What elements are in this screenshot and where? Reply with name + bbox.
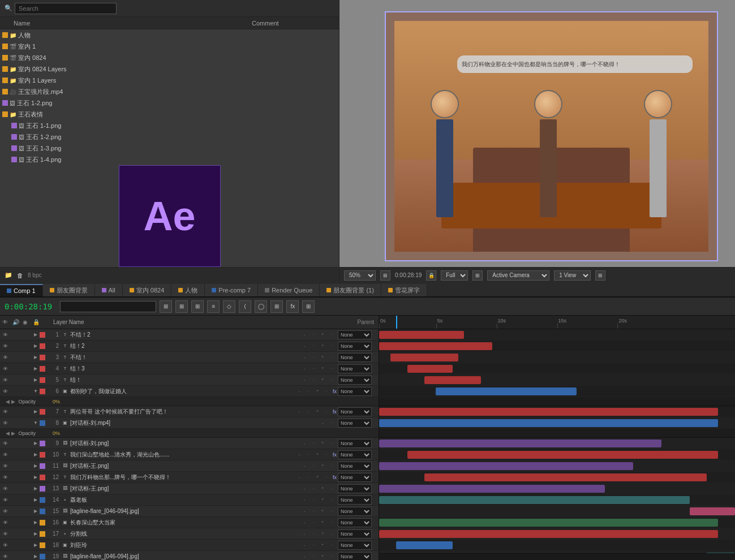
layer-switch[interactable]: * [319, 519, 326, 527]
layer-switch[interactable]: · [310, 496, 317, 504]
layer-row[interactable]: 👁▶5T结！-·*·None [0, 374, 379, 386]
layer-switch[interactable]: - [300, 331, 308, 339]
tl-btn-fx[interactable]: fx [286, 300, 299, 313]
layer-collapse-icon[interactable]: ▶ [33, 520, 38, 525]
layer-row[interactable]: 👁▶9🖼[对话框-刘.png]-·*·None [0, 438, 379, 449]
layer-switch[interactable]: * [319, 530, 326, 538]
layer-switch[interactable]: * [319, 496, 326, 504]
playhead[interactable] [396, 316, 397, 329]
track-bar[interactable] [379, 462, 633, 470]
layer-switch[interactable]: * [313, 408, 321, 416]
project-item[interactable]: 🎬室内 1 [0, 41, 339, 52]
layer-collapse-icon[interactable]: ▶ [33, 409, 38, 414]
timeline-search-input[interactable] [60, 301, 156, 312]
track-bar[interactable] [379, 408, 718, 416]
tab-snow[interactable]: 雪花屏字 [381, 284, 427, 296]
layer-parent-select[interactable]: None [338, 353, 372, 362]
layer-switch[interactable]: * [319, 331, 326, 339]
layer-switch[interactable]: · [304, 408, 312, 416]
layer-switch[interactable]: · [304, 387, 312, 395]
layer-row[interactable]: 👁▶13🖼[对话框-王.png]-·*·None [0, 483, 379, 494]
layer-visibility-icon[interactable]: 👁 [1, 366, 9, 372]
layer-switch[interactable]: · [328, 541, 336, 549]
layer-switch[interactable]: * [319, 354, 326, 361]
layer-switch[interactable]: · [310, 485, 317, 493]
project-item[interactable]: 🎥王宝强片段.mp4 [0, 86, 339, 97]
tab-render[interactable]: Render Queue [258, 284, 320, 296]
layer-switch[interactable]: · [328, 440, 336, 447]
project-item[interactable]: 🖼王石 1-3.png [0, 143, 339, 154]
layer-switch[interactable]: - [300, 462, 308, 470]
layer-switch[interactable]: * [313, 387, 321, 395]
track-bar[interactable] [379, 485, 605, 493]
tab-friends_bg[interactable]: 朋友圈背景 [43, 284, 95, 296]
layer-row[interactable]: 👁▶3T不结！-·*·None [0, 352, 379, 363]
layer-switch[interactable]: · [304, 473, 312, 481]
layer-switch[interactable]: · [328, 519, 336, 527]
project-item[interactable]: 📁人物 [0, 29, 339, 41]
layer-switch[interactable]: · [310, 541, 317, 549]
tl-btn-7[interactable]: ◯ [255, 300, 267, 313]
layer-row[interactable]: 👁▶16▣长春深山墅大当家-·*·None [0, 517, 379, 528]
layer-visibility-icon[interactable]: 👁 [1, 343, 9, 349]
layer-visibility-icon[interactable]: 👁 [1, 531, 9, 537]
layer-collapse-icon[interactable]: ▶ [33, 343, 38, 348]
tl-btn-6[interactable]: ⟨ [239, 300, 251, 313]
layer-switch[interactable]: - [295, 473, 303, 481]
layer-switch[interactable]: · [323, 451, 330, 459]
layer-visibility-icon[interactable]: 👁 [1, 420, 9, 426]
layer-switch[interactable]: · [310, 530, 317, 538]
layer-collapse-icon[interactable]: ▶ [33, 531, 38, 536]
track-bar[interactable] [379, 519, 718, 527]
layer-switch[interactable]: · [310, 354, 317, 361]
layer-switch[interactable]: - [300, 485, 308, 493]
layer-visibility-icon[interactable]: 👁 [1, 332, 9, 338]
layer-visibility-icon[interactable]: 👁 [1, 389, 9, 394]
timeline-scrollbar[interactable] [379, 553, 735, 560]
layer-collapse-icon[interactable]: ▶ [33, 332, 38, 337]
layer-parent-select[interactable]: None [338, 450, 372, 459]
layer-switch[interactable]: * [319, 553, 326, 561]
layer-visibility-icon[interactable]: 👁 [1, 377, 9, 383]
layer-switch[interactable]: · [328, 496, 336, 504]
layer-collapse-icon[interactable]: ▶ [33, 355, 38, 360]
layer-switch[interactable]: · [323, 473, 330, 481]
track-bar[interactable] [379, 342, 492, 350]
layer-switch[interactable]: · [328, 485, 336, 493]
track-bar[interactable] [379, 496, 690, 504]
layer-row[interactable]: 👁▶19🖼[tagline-flare_[046-094].jpg]-·*·No… [0, 551, 379, 560]
project-item[interactable]: 🖼王石 1-2.png [0, 131, 339, 143]
layer-collapse-icon[interactable]: ▶ [33, 377, 38, 382]
layer-collapse-icon[interactable]: ▼ [33, 389, 38, 394]
project-item[interactable]: 📁室内 1 Layers [0, 75, 339, 86]
layer-switch[interactable]: - [300, 365, 308, 373]
tl-btn-9[interactable]: ⊞ [302, 300, 315, 313]
opacity-arrows[interactable]: ◀ ▶ [6, 430, 15, 436]
layer-row[interactable]: 👁▶17▪分割线-·*·None [0, 528, 379, 540]
tl-btn-1[interactable]: ⊞ [160, 300, 172, 313]
layer-visibility-icon[interactable]: 👁 [1, 463, 9, 469]
opacity-arrows[interactable]: ◀ ▶ [6, 399, 15, 404]
layer-row[interactable]: 👁▼6▣都别吵了，我做证婚人-·*·fxNone [0, 386, 379, 397]
layer-row[interactable]: 👁▶11🖼[对话框-王.png]-·*·None [0, 460, 379, 472]
project-item[interactable]: 🖼王石 1-1.png [0, 120, 339, 131]
layer-parent-select[interactable]: None [338, 330, 372, 339]
layer-visibility-icon[interactable]: 👁 [1, 475, 9, 480]
layer-switch[interactable]: · [310, 519, 317, 527]
layer-collapse-icon[interactable]: ▶ [33, 475, 38, 480]
layer-row[interactable]: 👁▶7T两位哥哥 这个时候就不要打广告了吧！-·*·fxNone [0, 406, 379, 417]
tab-room0824[interactable]: 室内 0824 [123, 284, 172, 296]
preview-grid-btn[interactable]: ⊞ [472, 270, 483, 281]
layer-switch[interactable]: · [328, 354, 336, 361]
layer-visibility-icon[interactable]: 👁 [1, 509, 9, 514]
preview-resolution-select[interactable]: Full Half [441, 270, 468, 281]
layer-switch[interactable]: - [300, 342, 308, 350]
project-item[interactable]: 🖼王石 1-4.png [0, 154, 339, 165]
layer-switch[interactable]: · [323, 387, 330, 395]
layer-switch[interactable]: · [310, 342, 317, 350]
layer-collapse-icon[interactable]: ▼ [33, 420, 38, 425]
layer-parent-select[interactable]: None [338, 342, 372, 351]
layer-switch[interactable]: - [300, 376, 308, 384]
layer-switch[interactable]: - [295, 408, 303, 416]
project-item[interactable]: 🎬室内 0824 [0, 52, 339, 63]
